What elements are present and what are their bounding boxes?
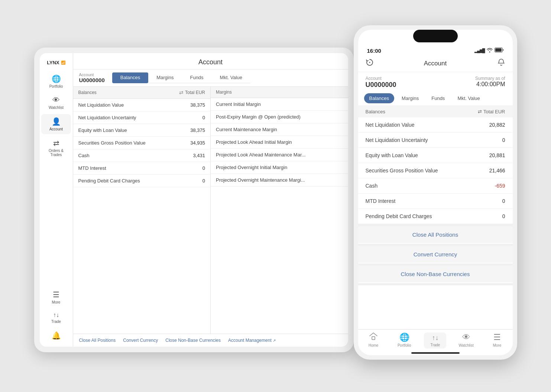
row-label: Current Initial Margin (216, 101, 261, 107)
table-row: Current Maintenance Margin (211, 123, 348, 136)
refresh-button[interactable] (366, 58, 374, 69)
table-row: Securities Gross Position Value 34,935 (73, 137, 211, 149)
phone-account-id: U0000000 (366, 81, 396, 89)
row-label: Net Liquidation Value (366, 122, 415, 128)
more-icon: ☰ (493, 333, 501, 342)
phone-table-row: Pending Debit Card Charges 0 (358, 209, 513, 224)
currency-label: Total EUR (483, 109, 505, 114)
margins-header-label: Margins (216, 90, 232, 95)
status-icons: ▂▄▆█ (474, 48, 504, 54)
close-non-base-currencies-button[interactable]: Close Non-Base Currencies (358, 266, 513, 282)
watchlist-icon: 👁 (462, 333, 470, 342)
bottom-nav-home[interactable]: Home (362, 333, 385, 349)
balances-panel-header: Balances ⇄ Total EUR (73, 87, 211, 99)
row-value: 21,466 (489, 168, 505, 174)
close-all-positions-button[interactable]: Close All Positions (358, 226, 513, 243)
account-id: U0000000 (79, 77, 105, 83)
phone-device: 16:00 ▂▄▆█ (354, 25, 517, 360)
table-row: Projected Overnight Initial Margin (211, 161, 348, 174)
phone-table-row: Net Liquidation Uncertainty 0 (358, 133, 513, 148)
phone-tab-balances[interactable]: Balances (364, 93, 394, 103)
table-row: Current Initial Margin (211, 98, 348, 111)
wifi-status-icon (487, 48, 493, 54)
trade-nav-label: Trade (431, 343, 440, 347)
account-management-link[interactable]: Account Management (228, 338, 276, 343)
convert-currency-link[interactable]: Convert Currency (123, 338, 158, 343)
notification-bell-button[interactable] (497, 58, 505, 69)
tablet-main: Account Account U0000000 Balances Margin… (73, 53, 348, 347)
sidebar-item-watchlist[interactable]: 👁 Watchlist (41, 93, 71, 113)
row-value: 20,882 (489, 122, 505, 128)
table-row: Projected Overnight Maintenance Margi... (211, 174, 348, 187)
phone-table-row: Cash -659 (358, 178, 513, 194)
phone-balances-list: Net Liquidation Value 20,882 Net Liquida… (358, 117, 513, 224)
phone-tab-margins[interactable]: Margins (396, 93, 424, 103)
close-non-base-link[interactable]: Close Non-Base Currencies (165, 338, 221, 343)
account-label: Account (79, 72, 105, 77)
tab-margins[interactable]: Margins (148, 72, 182, 83)
portfolio-nav-label: Portfolio (398, 343, 411, 347)
table-row: Net Liquidation Value 38,375 (73, 99, 211, 111)
portfolio-icon: 🌐 (399, 333, 409, 342)
sidebar-item-orders[interactable]: ⇄ Orders & Trades (41, 136, 71, 160)
close-all-positions-link[interactable]: Close All Positions (79, 338, 116, 343)
row-label: Equity with Loan Value (78, 127, 127, 133)
convert-currency-button[interactable]: Convert Currency (358, 246, 513, 263)
table-row: Post-Expiry Margin @ Open (predicted) (211, 111, 348, 123)
battery-icon (495, 48, 504, 54)
more-nav-label: More (493, 343, 501, 347)
phone-table-row: Equity with Loan Value 20,881 (358, 148, 513, 163)
phone-tab-bar: Balances Margins Funds Mkt. Value (358, 91, 513, 106)
svg-point-2 (369, 62, 370, 63)
sidebar-item-trade[interactable]: ↑↓ Trade (41, 309, 71, 327)
home-icon (369, 333, 377, 342)
row-label: Pending Debit Card Charges (78, 178, 140, 184)
bottom-nav-more[interactable]: ☰ More (486, 333, 508, 349)
balances-currency-label: Total EUR (185, 90, 205, 95)
tablet-tab-bar: Balances Margins Funds Mkt. Value (112, 72, 250, 83)
phone-tab-funds[interactable]: Funds (426, 93, 450, 103)
sidebar-item-account[interactable]: 👤 Account (41, 114, 71, 134)
sort-arrows-icon: ⇄ (179, 90, 184, 95)
menu-icon: ☰ (53, 290, 59, 299)
margins-panel: Margins Current Initial Margin Post-Expi… (211, 87, 348, 334)
phone-table-row: MTD Interest 0 (358, 194, 513, 209)
signal-icon: ▂▄▆█ (474, 48, 485, 53)
sidebar-item-notifications[interactable]: 🔔 (41, 328, 71, 343)
tablet-footer: Close All Positions Convert Currency Clo… (73, 334, 348, 347)
tab-balances[interactable]: Balances (112, 72, 148, 83)
sidebar-item-portfolio[interactable]: 🌐 Portfolio (41, 71, 71, 91)
row-value: 0 (202, 165, 205, 171)
summary-as-of-label: Summary as of (475, 76, 505, 81)
watchlist-nav-label: Watchlist (459, 343, 474, 347)
row-value: 34,935 (190, 140, 205, 146)
row-value: 38,375 (190, 127, 205, 133)
bottom-nav-watchlist[interactable]: 👁 Watchlist (455, 333, 477, 349)
tablet-sidebar: LYNX 📶 🌐 Portfolio 👁 Watchlist 👤 Account (40, 53, 73, 347)
svg-rect-1 (495, 48, 502, 52)
tab-mkt-value[interactable]: Mkt. Value (212, 72, 250, 83)
row-label: Net Liquidation Uncertainty (366, 137, 428, 143)
row-value: 3,431 (193, 153, 205, 158)
table-row: Projected Look Ahead Initial Margin (211, 136, 348, 149)
bottom-nav-portfolio[interactable]: 🌐 Portfolio (393, 333, 415, 349)
phone-table-row: Securities Gross Position Value 21,466 (358, 163, 513, 178)
trade-icon: ↑↓ (432, 334, 438, 342)
phone-account-info: Account U0000000 Summary as of 4:00:00PM (358, 72, 513, 91)
phone-status-bar: 16:00 ▂▄▆█ (358, 44, 513, 55)
tab-funds[interactable]: Funds (182, 72, 211, 83)
bell-icon: 🔔 (52, 331, 61, 340)
row-label: Projected Look Ahead Maintenance Mar... (216, 152, 305, 158)
phone-tab-mkt-value[interactable]: Mkt. Value (452, 93, 485, 103)
sidebar-item-more[interactable]: ☰ More (41, 287, 71, 307)
phone-top-bar: Account (358, 55, 513, 72)
summary-time: 4:00:00PM (475, 81, 505, 88)
balances-section-label: Balances (366, 109, 385, 114)
bottom-nav-trade[interactable]: ↑↓ Trade (424, 333, 446, 349)
user-icon: 👤 (52, 117, 61, 126)
row-label: Current Maintenance Margin (216, 127, 277, 132)
row-label: Securities Gross Position Value (78, 140, 146, 146)
eye-icon: 👁 (52, 96, 60, 104)
phone-bottom-nav: Home 🌐 Portfolio ↑↓ Trade 👁 Watchlist ☰ … (358, 329, 513, 350)
home-indicator (411, 352, 460, 354)
